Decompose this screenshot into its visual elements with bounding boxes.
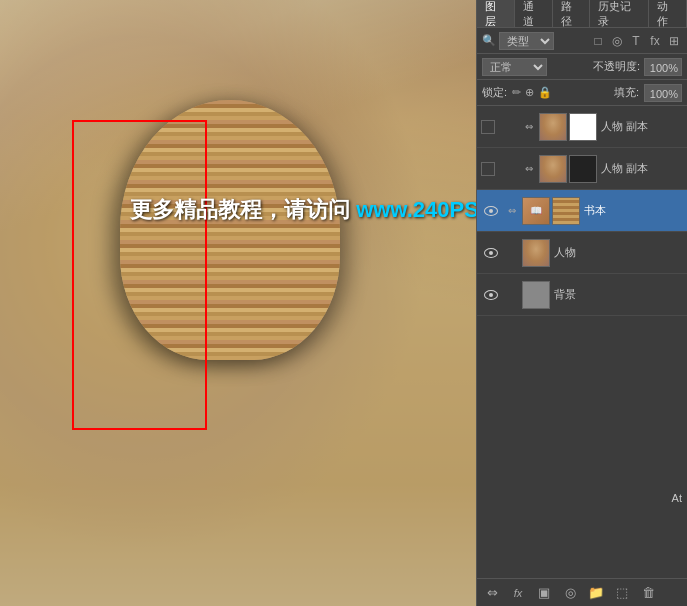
filter-icon-text[interactable]: T xyxy=(628,33,644,49)
layer-thumb-person-1 xyxy=(539,113,567,141)
layer-name-1: 人物 副本 xyxy=(601,119,683,134)
layer-visibility-4[interactable] xyxy=(481,243,501,263)
delete-layer-icon[interactable]: 🗑 xyxy=(638,583,658,603)
layer-visibility-2[interactable] xyxy=(498,159,518,179)
layer-link-icon-2: ⇔ xyxy=(521,161,537,177)
new-group-icon[interactable]: 📁 xyxy=(586,583,606,603)
blend-mode-bar: 正常 不透明度: 100% xyxy=(477,54,687,80)
layer-thumbs-3: 📖 xyxy=(522,197,580,225)
filter-icons: □ ◎ T fx ⊞ xyxy=(590,33,682,49)
watermark-text: 更多精品教程，请访问 www.240PS.com xyxy=(130,197,476,222)
layer-thumbs-1 xyxy=(539,113,597,141)
lock-bar: 锁定: ✏ ⊕ 🔒 填充: 100% xyxy=(477,80,687,106)
tab-channels[interactable]: 通道 xyxy=(515,0,553,27)
new-adjustment-icon[interactable]: ◎ xyxy=(560,583,580,603)
layer-thumb-book xyxy=(552,197,580,225)
layers-panel: 图层 通道 路径 历史记录 动作 🔍 类型 □ ◎ T fx ⊞ 正常 xyxy=(476,0,687,606)
layer-visibility-3[interactable] xyxy=(481,201,501,221)
layer-thumbs-2 xyxy=(539,155,597,183)
layer-link-icon-5 xyxy=(504,287,520,303)
panel-bottom-toolbar: ⇔ fx ▣ ◎ 📁 ⬚ 🗑 xyxy=(477,578,687,606)
filter-icon-pixel[interactable]: □ xyxy=(590,33,606,49)
layers-list: ⇔ 人物 副本 ⇔ xyxy=(477,106,687,316)
tab-paths[interactable]: 路径 xyxy=(553,0,591,27)
layer-thumb-mask-2 xyxy=(569,155,597,183)
layer-name-4: 人物 xyxy=(554,245,683,260)
fill-label: 填充: xyxy=(614,85,639,100)
layer-row-book[interactable]: ⇔ 📖 书本 xyxy=(477,190,687,232)
layer-row-person[interactable]: 人物 xyxy=(477,232,687,274)
layer-thumbs-5 xyxy=(522,281,550,309)
tab-history[interactable]: 历史记录 xyxy=(590,0,649,27)
new-layer-icon[interactable]: ⬚ xyxy=(612,583,632,603)
lock-pixels-icon[interactable]: ✏ xyxy=(512,86,521,99)
filter-type-select[interactable]: 类型 xyxy=(499,32,554,50)
canvas-area: 更多精品教程，请访问 www.240PS.com xyxy=(0,0,476,606)
opacity-value[interactable]: 100% xyxy=(644,58,682,76)
layer-link-icon-1: ⇔ xyxy=(521,119,537,135)
panel-tabs: 图层 通道 路径 历史记录 动作 xyxy=(477,0,687,28)
layer-checkbox-2[interactable] xyxy=(481,162,495,176)
layer-link-icon-4 xyxy=(504,245,520,261)
search-icon: 🔍 xyxy=(482,34,496,47)
layer-visibility-5[interactable] xyxy=(481,285,501,305)
filter-bar: 🔍 类型 □ ◎ T fx ⊞ xyxy=(477,28,687,54)
layer-thumbs-4 xyxy=(522,239,550,267)
watermark-main-text: 更多精品教程，请访问 xyxy=(130,197,356,222)
selection-rectangle xyxy=(72,120,207,430)
eye-icon-3 xyxy=(484,206,498,216)
tab-layers[interactable]: 图层 xyxy=(477,0,515,27)
lock-position-icon[interactable]: ⊕ xyxy=(525,86,534,99)
layer-link-icon-3: ⇔ xyxy=(504,203,520,219)
watermark-url: www.240PS.com xyxy=(356,197,476,222)
lock-icons: ✏ ⊕ 🔒 xyxy=(512,86,552,99)
add-mask-icon[interactable]: ▣ xyxy=(534,583,554,603)
blend-mode-select[interactable]: 正常 xyxy=(482,58,547,76)
lock-label: 锁定: xyxy=(482,85,507,100)
filter-icon-adjustment[interactable]: ◎ xyxy=(609,33,625,49)
layer-name-3: 书本 xyxy=(584,203,683,218)
layer-name-2: 人物 副本 xyxy=(601,161,683,176)
fill-value[interactable]: 100% xyxy=(644,84,682,102)
layer-thumb-gray xyxy=(522,281,550,309)
layer-name-5: 背景 xyxy=(554,287,683,302)
at-label: At xyxy=(672,492,682,504)
layer-visibility-1[interactable] xyxy=(498,117,518,137)
tab-actions[interactable]: 动作 xyxy=(649,0,687,27)
layer-thumb-portrait xyxy=(522,239,550,267)
watermark: 更多精品教程，请访问 www.240PS.com xyxy=(130,195,476,225)
eye-icon-5 xyxy=(484,290,498,300)
layer-row-person-copy-1[interactable]: ⇔ 人物 副本 xyxy=(477,106,687,148)
layer-checkbox-1[interactable] xyxy=(481,120,495,134)
filter-icon-effects[interactable]: fx xyxy=(647,33,663,49)
eye-icon-4 xyxy=(484,248,498,258)
layer-thumb-person-2 xyxy=(539,155,567,183)
link-layers-icon[interactable]: ⇔ xyxy=(482,583,502,603)
lock-all-icon[interactable]: 🔒 xyxy=(538,86,552,99)
opacity-label: 不透明度: xyxy=(593,59,640,74)
layer-thumb-mask-1 xyxy=(569,113,597,141)
layer-effects-icon[interactable]: fx xyxy=(508,583,528,603)
layer-row-person-copy-2[interactable]: ⇔ 人物 副本 xyxy=(477,148,687,190)
filter-icon-smartobj[interactable]: ⊞ xyxy=(666,33,682,49)
layer-row-background[interactable]: 背景 xyxy=(477,274,687,316)
layer-thumb-book-icon: 📖 xyxy=(522,197,550,225)
